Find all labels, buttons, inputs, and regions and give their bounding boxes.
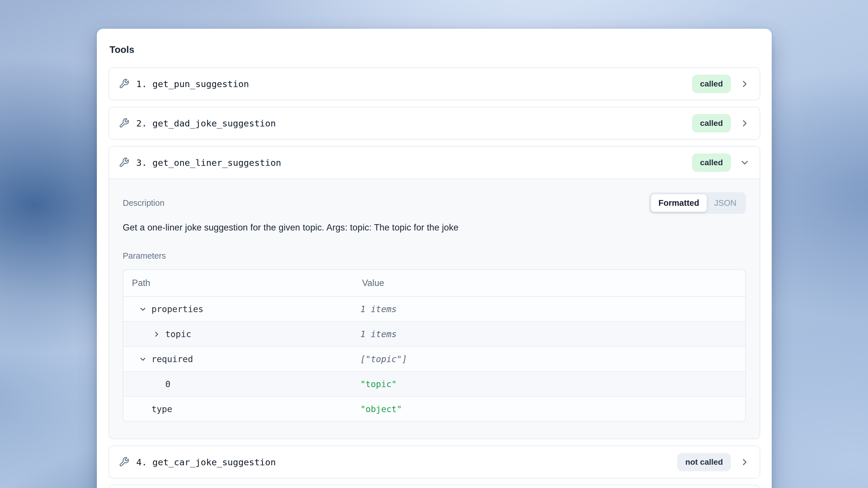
tool-name: 2.get_dad_joke_suggestion	[136, 118, 276, 128]
tool-description: Get a one-liner joke suggestion for the …	[123, 222, 746, 233]
tool-header[interactable]: 1.get_pun_suggestion called	[109, 68, 760, 100]
column-header-value: Value	[353, 270, 745, 297]
table-row: type "object"	[123, 396, 745, 421]
chevron-spacer	[153, 380, 161, 388]
page-title: Tools	[110, 44, 760, 55]
param-value: "object"	[353, 396, 745, 421]
param-key: 0	[165, 379, 170, 389]
status-badge: called	[692, 153, 731, 172]
status-badge: called	[692, 75, 731, 93]
tool-name: 1.get_pun_suggestion	[136, 79, 249, 89]
chevron-right-icon	[740, 79, 750, 89]
param-key: type	[152, 404, 172, 414]
status-badge: not called	[677, 453, 731, 471]
param-value: 1 items	[353, 321, 745, 346]
tool-name: 3.get_one_liner_suggestion	[136, 157, 281, 168]
wrench-icon	[119, 79, 129, 89]
tool-header[interactable]: 3.get_one_liner_suggestion called	[109, 147, 760, 179]
view-mode-toggle: Formatted JSON	[649, 192, 746, 214]
param-value: "topic"	[353, 371, 745, 396]
tool-row-get-car-joke-suggestion: 4.get_car_joke_suggestion not called	[108, 446, 760, 479]
tool-row-get-tree-joke-suggestion: 5.get_tree_joke_suggestion not called	[108, 485, 760, 488]
status-badge: called	[692, 114, 731, 132]
param-key: properties	[152, 304, 204, 314]
table-row: topic 1 items	[123, 321, 745, 346]
parameters-table: Path Value properties 1 items topic	[123, 269, 746, 422]
tools-panel: Tools 1.get_pun_suggestion called 2.get_…	[97, 29, 772, 488]
table-row: required ["topic"]	[123, 346, 745, 371]
tool-header[interactable]: 4.get_car_joke_suggestion not called	[109, 446, 760, 478]
tool-header[interactable]: 5.get_tree_joke_suggestion not called	[109, 485, 760, 488]
tool-header[interactable]: 2.get_dad_joke_suggestion called	[109, 107, 760, 139]
json-tab[interactable]: JSON	[707, 194, 744, 212]
param-key: required	[152, 354, 193, 364]
column-header-path: Path	[123, 270, 353, 297]
wrench-icon	[119, 157, 129, 168]
param-value: ["topic"]	[353, 346, 745, 371]
chevron-down-icon[interactable]	[139, 305, 147, 313]
chevron-down-icon[interactable]	[139, 355, 147, 363]
tool-row-get-pun-suggestion: 1.get_pun_suggestion called	[108, 67, 760, 100]
chevron-right-icon	[740, 457, 750, 467]
formatted-tab[interactable]: Formatted	[651, 194, 707, 212]
tool-name: 4.get_car_joke_suggestion	[136, 457, 276, 467]
description-label: Description	[123, 198, 164, 208]
parameters-label: Parameters	[123, 251, 746, 261]
param-key: topic	[165, 329, 191, 339]
wrench-icon	[119, 457, 129, 467]
wrench-icon	[119, 118, 129, 128]
chevron-right-icon	[740, 118, 750, 128]
chevron-down-icon	[740, 157, 750, 168]
chevron-spacer	[139, 405, 147, 413]
tool-details: Description Formatted JSON Get a one-lin…	[109, 179, 760, 438]
table-row: 0 "topic"	[123, 371, 745, 396]
tool-row-get-one-liner-suggestion: 3.get_one_liner_suggestion called Descri…	[108, 146, 760, 439]
tool-list: 1.get_pun_suggestion called 2.get_dad_jo…	[108, 67, 760, 488]
param-value: 1 items	[353, 297, 745, 321]
table-row: properties 1 items	[123, 297, 745, 321]
chevron-right-icon[interactable]	[153, 330, 161, 338]
tool-row-get-dad-joke-suggestion: 2.get_dad_joke_suggestion called	[108, 106, 760, 140]
